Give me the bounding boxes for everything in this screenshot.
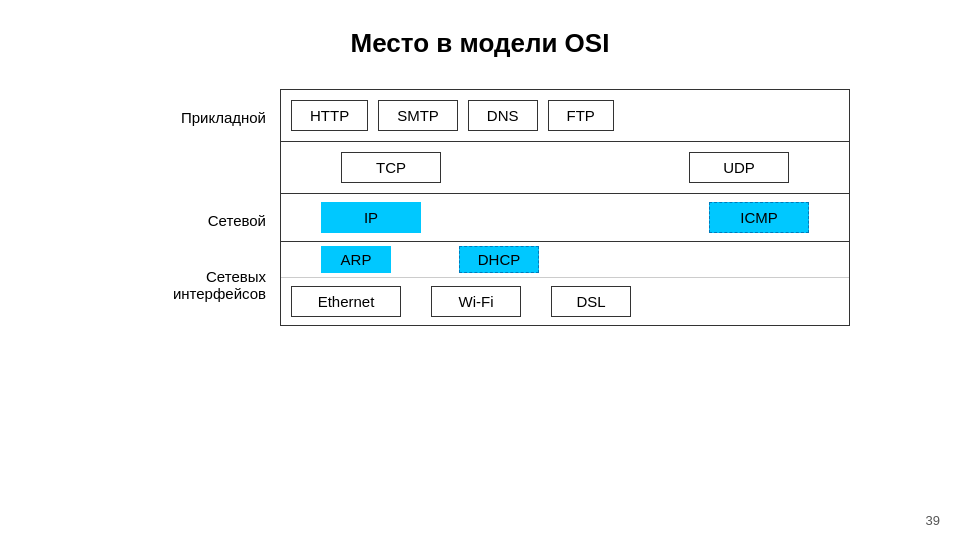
network-layer-label: Сетевой [208,212,266,229]
application-layer-label: Прикладной [181,109,266,126]
dhcp-box: DHCP [459,246,539,273]
dsl-box: DSL [551,286,631,317]
icmp-box: ICMP [709,202,809,233]
udp-box: UDP [689,152,789,183]
datalink-layer-label-1: Сетевых [206,268,266,285]
ethernet-box: Ethernet [291,286,401,317]
datalink-layer-label-2: интерфейсов [173,285,266,302]
arp-box: ARP [321,246,391,273]
ip-box: IP [321,202,421,233]
wifi-box: Wi-Fi [431,286,521,317]
tcp-box: TCP [341,152,441,183]
dns-box: DNS [468,100,538,131]
page-title: Место в модели OSI [0,28,960,59]
smtp-box: SMTP [378,100,458,131]
page-number: 39 [926,513,940,528]
ftp-box: FTP [548,100,614,131]
http-box: HTTP [291,100,368,131]
